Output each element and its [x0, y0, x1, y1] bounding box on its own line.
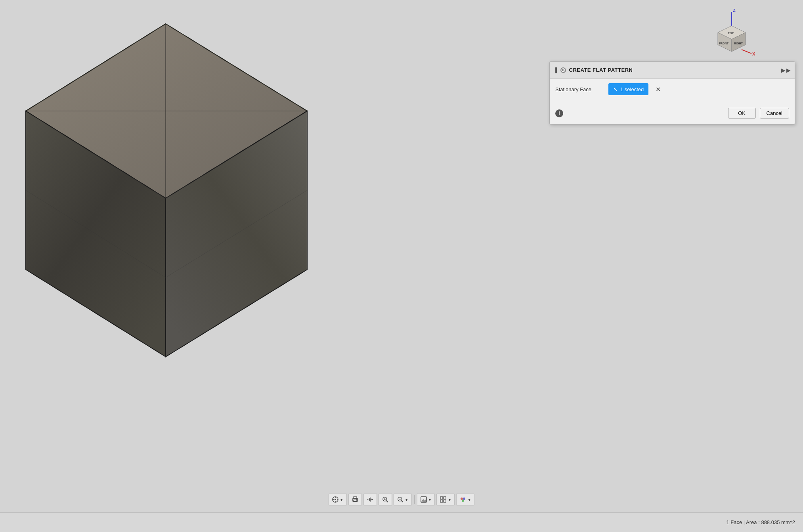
bottom-toolbar: ▼	[0, 491, 803, 508]
snap-tool-button[interactable]: ▼	[329, 493, 347, 506]
print-icon	[352, 496, 359, 503]
grid-icon	[440, 496, 447, 503]
svg-rect-38	[444, 497, 446, 499]
orientation-cube-container[interactable]: Z X TOP FRONT RIGHT	[708, 8, 755, 59]
svg-point-43	[462, 499, 464, 502]
selected-count-text: 1 selected	[620, 86, 644, 92]
grid-dropdown-arrow: ▼	[447, 498, 451, 502]
cursor-icon: ↖	[613, 86, 618, 92]
forward-icon-1: ▶	[781, 67, 786, 73]
panel-feature-icon	[560, 67, 566, 73]
panel-collapse-icon[interactable]: ▐	[554, 67, 557, 73]
snap-dropdown-arrow: ▼	[340, 498, 344, 502]
svg-text:RIGHT: RIGHT	[734, 42, 743, 45]
x-axis-label: X	[752, 52, 755, 56]
cancel-button[interactable]: Cancel	[760, 108, 789, 119]
pan-tool-button[interactable]	[363, 493, 377, 506]
svg-line-33	[402, 501, 403, 502]
zoom-icon	[382, 496, 389, 503]
status-bar: 1 Face | Area : 888.035 mm^2	[0, 512, 803, 532]
print-tool-button[interactable]	[348, 493, 362, 506]
panel-title: CREATE FLAT PATTERN	[569, 67, 633, 73]
create-flat-pattern-panel: ▐ CREATE FLAT PATTERN ▶ ▶ Stationary Fac…	[549, 61, 795, 124]
svg-point-23	[335, 499, 336, 500]
color-dropdown-arrow: ▼	[467, 498, 471, 502]
svg-text:TOP: TOP	[728, 31, 734, 35]
display-dropdown-arrow: ▼	[428, 498, 432, 502]
z-axis-label: Z	[733, 8, 736, 13]
info-icon[interactable]: i	[555, 109, 563, 117]
display-icon	[420, 496, 427, 503]
clear-selection-button[interactable]: ✕	[654, 85, 662, 94]
toolbar-separator-1	[414, 495, 415, 504]
panel-body: Stationary Face ↖ 1 selected ✕	[550, 78, 795, 105]
display-tool-button[interactable]: ▼	[417, 493, 435, 506]
color-icon	[459, 496, 467, 503]
stationary-face-row: Stationary Face ↖ 1 selected ✕	[555, 83, 789, 95]
status-text: 1 Face | Area : 888.035 mm^2	[726, 519, 795, 525]
svg-point-41	[461, 498, 463, 500]
stationary-face-label: Stationary Face	[555, 86, 603, 92]
svg-marker-36	[421, 499, 426, 502]
svg-rect-40	[444, 500, 446, 502]
zoom-dropdown-button[interactable]: ▼	[394, 493, 412, 506]
zoom-dropdown-arrow: ▼	[405, 498, 409, 502]
3d-cube-svg	[12, 12, 321, 369]
color-tool-button[interactable]: ▼	[456, 493, 474, 506]
panel-header-left: ▐ CREATE FLAT PATTERN	[554, 67, 781, 73]
svg-rect-37	[440, 497, 443, 499]
pan-icon	[367, 496, 374, 503]
zoom-fit-icon	[397, 496, 404, 503]
cube-container	[12, 12, 321, 369]
forward-icon-2: ▶	[786, 67, 791, 73]
svg-line-29	[386, 501, 388, 502]
zoom-tool-button[interactable]	[379, 493, 392, 506]
panel-header: ▐ CREATE FLAT PATTERN ▶ ▶	[550, 62, 795, 78]
panel-footer: i OK Cancel	[550, 105, 795, 124]
selection-button[interactable]: ↖ 1 selected	[608, 83, 648, 95]
svg-point-42	[463, 498, 465, 500]
orientation-cube-svg: Z X TOP FRONT RIGHT	[708, 8, 755, 59]
ok-button[interactable]: OK	[728, 108, 756, 119]
svg-line-9	[742, 50, 751, 54]
viewport: Z X TOP FRONT RIGHT ▐	[0, 0, 803, 532]
panel-forward-icons: ▶ ▶	[781, 67, 791, 73]
svg-rect-39	[440, 500, 443, 502]
snap-icon	[332, 496, 339, 503]
svg-rect-26	[354, 500, 357, 501]
grid-tool-button[interactable]: ▼	[436, 493, 455, 506]
svg-text:FRONT: FRONT	[719, 42, 729, 45]
svg-point-27	[356, 499, 357, 500]
